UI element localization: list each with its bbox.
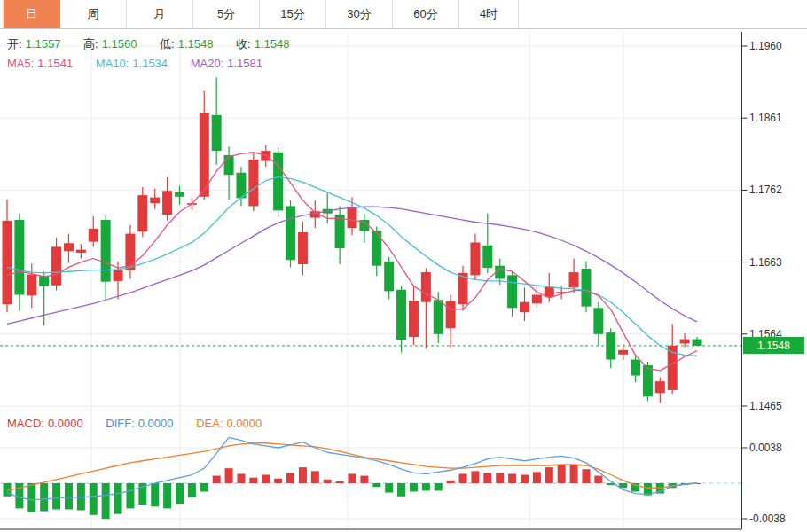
- macd-bar: [114, 483, 122, 514]
- close-label: 收:: [236, 37, 251, 51]
- open-label: 开:: [7, 37, 22, 51]
- ma-readout: MA5:1.1541 MA10:1.1534 MA20:1.1581: [7, 57, 266, 70]
- macd-readout: MACD:0.0000 DIFF:0.0000 DEA:0.0000: [7, 417, 265, 430]
- candle-body: [273, 153, 283, 211]
- candle-body: [348, 207, 357, 228]
- candle-body: [89, 229, 98, 242]
- candle-body: [569, 272, 579, 287]
- macd-bar: [299, 467, 307, 483]
- candle-body: [64, 243, 74, 251]
- price-axis-label: 1.1465: [749, 400, 782, 412]
- candle-body: [3, 221, 12, 304]
- candle-body: [212, 115, 222, 151]
- macd-bar: [422, 483, 430, 490]
- macd-bar: [447, 481, 455, 483]
- dea-label: DEA:: [196, 417, 223, 430]
- candle-body: [114, 270, 123, 281]
- candle-body: [101, 220, 111, 282]
- macd-bar: [102, 483, 110, 519]
- macd-bar: [27, 483, 35, 512]
- macd-bar: [237, 473, 245, 483]
- macd-axis-label: -0.0038: [749, 512, 786, 525]
- candle-body: [593, 308, 603, 334]
- candle-body: [372, 231, 381, 265]
- macd-bar: [213, 476, 221, 483]
- candle-body: [643, 365, 653, 396]
- candle-body: [606, 332, 615, 359]
- macd-bar: [176, 483, 184, 504]
- macd-bar: [249, 478, 257, 483]
- high-value: 1.1560: [102, 37, 137, 51]
- candle-body: [335, 215, 345, 248]
- candle-body: [618, 350, 628, 355]
- macd-bar: [286, 473, 294, 483]
- candle-body: [482, 246, 492, 268]
- candle-body: [396, 290, 406, 340]
- ohlc-readout: 开:1.1557 高:1.1560 低:1.1548 收:1.1548: [7, 36, 293, 52]
- macd-bar: [459, 473, 467, 483]
- candle-body: [27, 275, 36, 296]
- candle-body: [693, 340, 702, 346]
- candle-body: [680, 340, 690, 344]
- diff-value: 0.0000: [138, 417, 174, 430]
- price-axis-label: 1.1960: [749, 40, 782, 52]
- price-axis-label: 1.1762: [749, 184, 782, 196]
- low-label: 低:: [160, 37, 175, 51]
- candlestick-chart[interactable]: 1.19601.18611.17621.16631.15641.14650.00…: [0, 0, 807, 532]
- close-value: 1.1548: [255, 37, 290, 51]
- candle-body: [446, 301, 456, 328]
- open-value: 1.1557: [26, 37, 61, 51]
- candle-body: [545, 286, 554, 296]
- candle-body: [421, 272, 431, 302]
- macd-bar: [40, 483, 48, 512]
- high-label: 高:: [83, 37, 98, 51]
- low-value: 1.1548: [178, 37, 214, 51]
- macd-bar: [262, 475, 270, 483]
- candle-body: [298, 232, 308, 264]
- price-axis-label: 1.1861: [749, 112, 782, 124]
- macd-bar: [360, 476, 368, 483]
- macd-bar: [471, 471, 479, 483]
- macd-bar: [570, 465, 578, 483]
- macd-label: MACD:: [7, 417, 44, 430]
- macd-bar: [435, 483, 443, 490]
- candle-body: [51, 246, 61, 285]
- ma5-label: MA5:: [7, 57, 34, 70]
- candle-body: [631, 360, 640, 376]
- candle-body: [248, 160, 258, 206]
- candle-body: [409, 301, 419, 337]
- ma10-value: 1.1534: [132, 57, 168, 70]
- macd-bar: [533, 472, 541, 483]
- macd-value: 0.0000: [48, 417, 83, 430]
- macd-bar: [336, 481, 344, 483]
- candle-body: [125, 234, 135, 270]
- macd-bar: [385, 483, 393, 493]
- candle-body: [581, 269, 591, 307]
- candle-body: [150, 198, 160, 204]
- macd-bar: [496, 473, 504, 483]
- candle-body: [520, 302, 529, 312]
- macd-bar: [558, 465, 566, 483]
- diff-label: DIFF:: [106, 417, 135, 430]
- candle-body: [286, 206, 295, 260]
- price-axis-label: 1.1663: [749, 256, 782, 269]
- macd-bar: [200, 483, 208, 491]
- current-price-badge: 1.1548: [743, 337, 804, 354]
- macd-bar: [65, 483, 73, 509]
- ma5-value: 1.1541: [37, 57, 73, 70]
- macd-bar: [90, 483, 98, 515]
- dea-line: [7, 443, 697, 491]
- diff-line: [7, 437, 697, 500]
- macd-bar: [372, 483, 380, 487]
- macd-bar: [52, 483, 60, 509]
- dea-value: 0.0000: [227, 417, 262, 430]
- macd-bar: [324, 480, 332, 483]
- candle-body: [76, 250, 86, 253]
- macd-bar: [410, 483, 418, 491]
- macd-bar: [594, 476, 602, 483]
- candle-body: [384, 262, 394, 292]
- macd-bar: [397, 483, 405, 497]
- candle-body: [434, 300, 443, 334]
- macd-bar: [126, 483, 134, 508]
- ma20-label: MA20:: [191, 57, 224, 70]
